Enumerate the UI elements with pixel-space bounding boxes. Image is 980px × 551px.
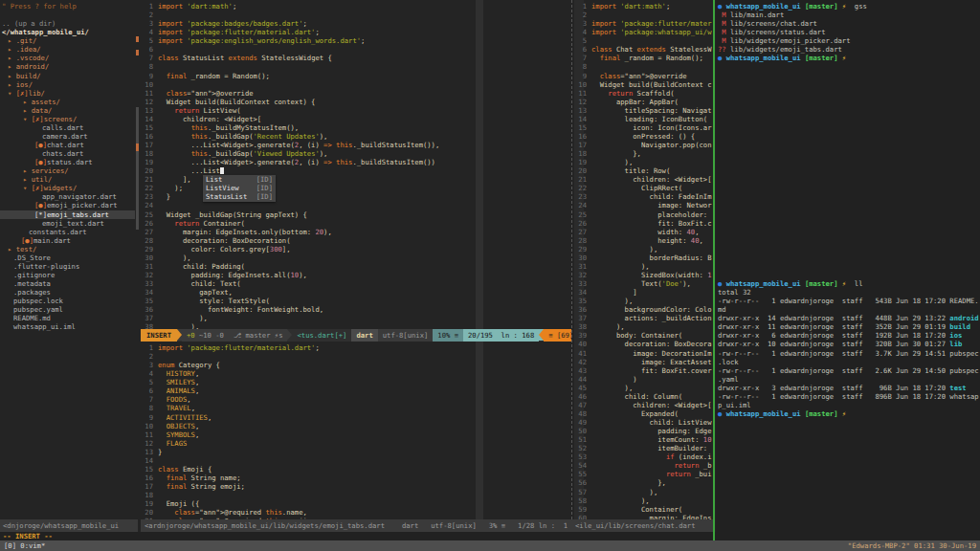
code-line[interactable]: 36 backgroundColor: Colo: [574, 305, 713, 314]
code-line[interactable]: 30 ),: [141, 253, 571, 262]
tree-item[interactable]: .metadata: [0, 279, 135, 288]
code-line[interactable]: 15class Emoji {: [141, 465, 571, 474]
code-line[interactable]: 7 FOODS,: [141, 395, 571, 404]
tree-root[interactable]: </whatsapp_mobile_ui/: [0, 28, 135, 36]
code-line[interactable]: 20 class="ann">@required this.name,: [141, 508, 571, 517]
code-line[interactable]: 36 fontWeight: FontWeight.bold,: [141, 305, 571, 314]
tree-item[interactable]: calls.dart: [0, 123, 135, 132]
code-line[interactable]: 33 Text('Doe'),: [574, 279, 713, 288]
code-line[interactable]: 50 padding: Edge: [574, 427, 713, 435]
code-line[interactable]: 29 ),: [574, 245, 713, 253]
code-line[interactable]: 34 gapText,: [141, 288, 571, 297]
tree-item[interactable]: pubspec.yaml: [0, 305, 135, 314]
code-line[interactable]: 17 final String emoji;: [141, 482, 571, 491]
code-line[interactable]: 35 style: TextStyle(: [141, 297, 571, 305]
code-line[interactable]: 19 ),: [574, 158, 713, 166]
tree-item[interactable]: camera.dart: [0, 132, 135, 141]
chevron-right-icon[interactable]: ▸: [23, 98, 32, 106]
tree-item[interactable]: README.md: [0, 314, 135, 322]
code-line[interactable]: 15 this._buildMyStatusItem(),: [141, 123, 571, 132]
code-line[interactable]: 12 appBar: AppBar(: [574, 98, 713, 106]
code-line[interactable]: 9 class="ann">@override: [574, 72, 713, 80]
code-line[interactable]: 35 ),: [574, 297, 713, 305]
code-line[interactable]: 32 SizedBox(width: 1: [574, 271, 713, 279]
code-line[interactable]: 56 },: [574, 478, 713, 487]
editor-pane-emoji-tabs-dart[interactable]: 1import 'package:flutter/material.dart';…: [141, 342, 571, 521]
code-line[interactable]: 21 children: <Widget>[: [574, 175, 713, 184]
tree-item[interactable]: constants.dart: [0, 228, 135, 236]
chevron-right-icon[interactable]: ▸: [23, 166, 32, 175]
code-line[interactable]: 37 actions: _buildAction: [574, 314, 713, 322]
code-line[interactable]: 6 ANIMALS,: [141, 386, 571, 395]
code-line[interactable]: 14 leading: IconButton(: [574, 115, 713, 123]
code-line[interactable]: 27 width: 40,: [574, 228, 713, 236]
code-line[interactable]: 10 OBJECTS,: [141, 422, 571, 430]
tree-item[interactable]: [●]main.dart: [0, 236, 135, 245]
code-line[interactable]: 28 height: 40,: [574, 236, 713, 245]
code-line[interactable]: 45 ),: [574, 384, 713, 392]
code-line[interactable]: 20 title: Row(: [574, 166, 713, 175]
tree-item[interactable]: .gitignore: [0, 271, 135, 279]
terminal-pane[interactable]: ● whatsapp_mobile_ui [master] ⚡ gss M li…: [716, 0, 980, 542]
chevron-down-icon[interactable]: ▾: [8, 89, 16, 98]
code-line[interactable]: 46 child: Column(: [574, 392, 713, 401]
code-line[interactable]: 3enum Category {: [141, 361, 571, 369]
tree-item[interactable]: app_navigator.dart: [0, 192, 135, 201]
chevron-right-icon[interactable]: ▸: [23, 106, 32, 115]
code-line[interactable]: 28 decoration: BoxDecoration(: [141, 236, 571, 245]
code-line[interactable]: 30 borderRadius: B: [574, 253, 713, 262]
code-line[interactable]: 29 color: Colors.grey[300],: [141, 245, 571, 253]
code-line[interactable]: 14 children: <Widget>[: [141, 115, 571, 123]
code-line[interactable]: 54 return _b: [574, 461, 713, 470]
code-line[interactable]: 1import 'package:flutter/material.dart';: [141, 343, 571, 352]
terminal-prompt[interactable]: ● whatsapp_mobile_ui [master] ⚡: [718, 409, 980, 418]
nerdtree-pane[interactable]: " Press ? for help.. (up a dir)</whatsap…: [0, 0, 135, 521]
chevron-right-icon[interactable]: ▸: [8, 62, 16, 71]
tree-item[interactable]: ▸ data/: [0, 106, 135, 115]
tree-item[interactable]: ▸ test/: [0, 245, 135, 253]
tree-item[interactable]: [0, 11, 135, 19]
tree-item[interactable]: pubspec.lock: [0, 297, 135, 305]
code-line[interactable]: 10: [141, 80, 571, 89]
code-line[interactable]: 25 placeholder:: [574, 210, 713, 219]
tree-item[interactable]: .DS_Store: [0, 253, 135, 262]
code-line[interactable]: 17 Navigator.pop(con: [574, 141, 713, 149]
code-line[interactable]: 1import 'dart:math';: [141, 2, 571, 11]
code-line[interactable]: 12 FLAGS: [141, 439, 571, 448]
code-line[interactable]: 17 ...List<Widget>.generate(2, (i) => th…: [141, 141, 571, 149]
code-line[interactable]: 18: [141, 491, 571, 499]
code-line[interactable]: 8 TRAVEL,: [141, 404, 571, 412]
tree-item[interactable]: ▸ ios/: [0, 80, 135, 89]
code-line[interactable]: 55 return _bui: [574, 470, 713, 478]
autocomplete-item[interactable]: List[ID]: [203, 175, 276, 184]
code-line[interactable]: 3import 'package:flutter/mater: [574, 19, 713, 28]
code-line[interactable]: 6: [141, 45, 571, 54]
code-line[interactable]: 25 Widget _buildGap(String gapText) {: [141, 210, 571, 219]
code-line[interactable]: 6class Chat extends StatelessW: [574, 45, 713, 54]
code-line[interactable]: 26 return Container(: [141, 219, 571, 228]
code-line[interactable]: 16 final String name;: [141, 474, 571, 482]
editor-pane-status-dart[interactable]: 1import 'dart:math';23import 'package:ba…: [141, 0, 571, 331]
code-line[interactable]: 7class StatusList extends StatelessWidge…: [141, 54, 571, 62]
code-line[interactable]: 3import 'package:badges/badges.dart';: [141, 19, 571, 28]
code-line[interactable]: 23 child: FadeInIm: [574, 192, 713, 201]
tree-item[interactable]: [●]emoji_picker.dart: [0, 201, 135, 209]
tree-item[interactable]: ▾ [✗]lib/: [0, 89, 135, 98]
tree-item[interactable]: ▸ .idea/: [0, 45, 135, 54]
code-line[interactable]: 49 child: ListView: [574, 418, 713, 427]
code-line[interactable]: 32 padding: EdgeInsets.all(10),: [141, 271, 571, 279]
autocomplete-item[interactable]: StatusList[ID]: [203, 192, 276, 201]
code-line[interactable]: 48 Expanded(: [574, 409, 713, 418]
code-line[interactable]: 44 ): [574, 375, 713, 384]
code-line[interactable]: 5 SMILEYS,: [141, 378, 571, 386]
code-line[interactable]: 13}: [141, 448, 571, 456]
tree-item[interactable]: chats.dart: [0, 149, 135, 158]
tree-item[interactable]: ▸ assets/: [0, 98, 135, 106]
code-line[interactable]: 10 Widget build(BuildContext c: [574, 80, 713, 89]
code-line[interactable]: 24: [141, 201, 571, 209]
code-line[interactable]: 37 ),: [141, 314, 571, 322]
code-line[interactable]: 9 ACTIVITIES,: [141, 413, 571, 422]
code-line[interactable]: 4 HISTORY,: [141, 369, 571, 378]
tree-item[interactable]: [●]chat.dart: [0, 141, 135, 149]
scrollbar-thumb[interactable]: [136, 107, 139, 230]
